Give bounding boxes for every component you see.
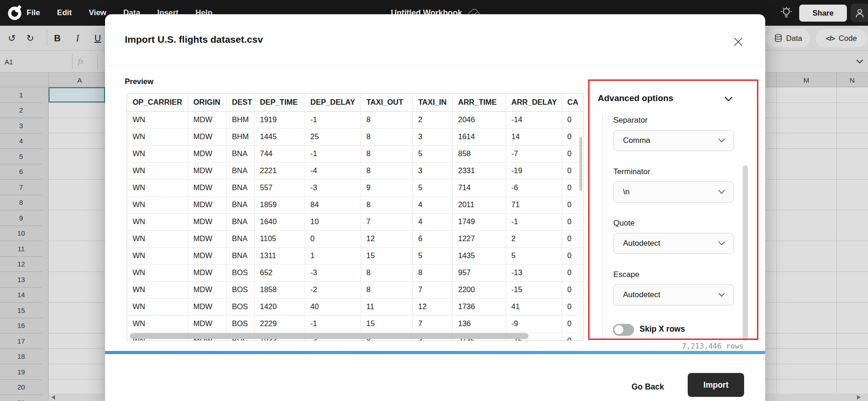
data-panel-button[interactable]: Data (766, 29, 810, 47)
preview-table-cell: 0 (562, 247, 584, 264)
preview-table-cell: 3 (412, 128, 452, 145)
row-header-column[interactable]: 123456789101112131415161718192021 (0, 87, 49, 401)
row-header-6[interactable]: 6 (0, 164, 42, 180)
preview-table-cell: 8 (361, 281, 412, 298)
user-avatar-button[interactable] (851, 4, 868, 22)
import-dialog: Import U.S. flights dataset.csv Preview … (105, 14, 765, 401)
preview-table-cell: WN (127, 315, 188, 332)
preview-table-cell: 1 (305, 247, 361, 264)
column-header-m[interactable]: M (776, 73, 836, 87)
preview-table-cell: BNA (226, 247, 254, 264)
row-count-text: 7,213,446 rows (560, 342, 744, 350)
preview-table-cell: 0 (562, 111, 584, 128)
row-header-20[interactable]: 20 (0, 380, 42, 395)
preview-table-cell: 1445 (254, 128, 305, 145)
row-header-9[interactable]: 9 (0, 210, 42, 226)
row-header-17[interactable]: 17 (0, 333, 42, 349)
preview-table-cell: MDW (188, 128, 226, 145)
h-scrollbar-track-left[interactable] (49, 394, 105, 401)
preview-table[interactable]: OP_CARRIERORIGINDESTDEP_TIMEDEP_DELAYTAX… (127, 93, 584, 341)
preview-table-cell: 2221 (254, 162, 305, 179)
selected-cell-a1[interactable] (49, 87, 105, 102)
scroll-right-arrow-icon[interactable] (857, 395, 861, 400)
row-header-4[interactable]: 4 (0, 134, 42, 149)
preview-table-cell: 0 (562, 213, 584, 230)
preview-table-cell: 744 (254, 145, 305, 162)
row-header-14[interactable]: 14 (0, 288, 42, 303)
sheet-grid-right[interactable] (765, 87, 868, 393)
fx-formula-icon[interactable]: fx (78, 51, 83, 73)
row-header-3[interactable]: 3 (0, 118, 42, 134)
preview-table-cell: 652 (254, 264, 305, 281)
row-header-10[interactable]: 10 (0, 226, 42, 242)
preview-table-row: WNMDWBNA11050126122720 (127, 230, 584, 247)
preview-col-header: ARR_DELAY (506, 94, 562, 111)
row-header-18[interactable]: 18 (0, 349, 42, 365)
preview-table-cell: MDW (188, 315, 226, 332)
preview-table-cell: 3 (412, 162, 452, 179)
bold-button[interactable]: B (50, 26, 65, 51)
close-icon[interactable] (733, 36, 744, 47)
import-button[interactable]: Import (688, 373, 744, 397)
column-header-n[interactable]: N (836, 73, 868, 87)
redo-button[interactable]: ↻ (22, 26, 39, 51)
menu-item-file[interactable]: File (27, 8, 40, 17)
preview-h-scrollbar-thumb[interactable] (130, 333, 529, 339)
feedback-lightbulb-icon[interactable] (781, 7, 792, 19)
menu-item-edit[interactable]: Edit (57, 8, 72, 17)
preview-table-cell: MDW (188, 230, 226, 247)
row-header-8[interactable]: 8 (0, 195, 42, 211)
preview-table-cell: MDW (188, 213, 226, 230)
preview-table-cell: 557 (254, 179, 305, 196)
row-header-5[interactable]: 5 (0, 149, 42, 164)
preview-table-cell: BOS (226, 264, 254, 281)
h-scrollbar-track-right[interactable] (765, 394, 868, 401)
row-header-12[interactable]: 12 (0, 257, 42, 272)
code-panel-button[interactable]: </> Code (816, 29, 867, 47)
row-header-15[interactable]: 15 (0, 303, 42, 318)
preview-table-cell: 1749 (452, 213, 506, 230)
sheet-grid-left[interactable] (49, 87, 105, 401)
preview-table-cell: -3 (305, 264, 361, 281)
row-header-11[interactable]: 11 (0, 241, 42, 257)
menu-item-view[interactable]: View (89, 8, 106, 17)
preview-table-row: WNMDWBOS1858-2872200-150 (127, 281, 584, 298)
preview-table-cell: 7 (412, 315, 452, 332)
row-header-21[interactable]: 21 (0, 395, 42, 401)
preview-table-cell: -15 (506, 281, 562, 298)
preview-table-cell: MDW (188, 264, 226, 281)
scroll-left-arrow-icon[interactable] (51, 395, 55, 400)
preview-table-cell: -6 (506, 179, 562, 196)
preview-table-cell: 2229 (254, 315, 305, 332)
preview-table-cell: 2046 (452, 111, 506, 128)
row-header-2[interactable]: 2 (0, 103, 42, 119)
preview-table-cell: 14 (506, 128, 562, 145)
row-header-19[interactable]: 19 (0, 364, 42, 380)
column-header-a[interactable]: A (49, 73, 111, 87)
row-header-1[interactable]: 1 (0, 87, 42, 103)
preview-v-scrollbar-thumb[interactable] (579, 137, 582, 191)
row-header-7[interactable]: 7 (0, 180, 42, 195)
go-back-button[interactable]: Go Back (623, 375, 673, 399)
row-header-13[interactable]: 13 (0, 272, 42, 288)
preview-table-cell: WN (127, 196, 188, 213)
preview-table-cell: 15 (361, 247, 412, 264)
preview-table-cell: BNA (226, 162, 254, 179)
preview-table-cell: MDW (188, 162, 226, 179)
row-header-16[interactable]: 16 (0, 318, 42, 334)
share-button[interactable]: Share (799, 5, 847, 22)
cell-reference-box[interactable]: A1 (5, 51, 13, 73)
preview-table-cell: 1859 (254, 196, 305, 213)
undo-button[interactable]: ↺ (4, 26, 20, 51)
preview-table-cell: 8 (361, 162, 412, 179)
italic-button[interactable]: I (70, 26, 85, 51)
preview-table-cell: -14 (506, 111, 562, 128)
underline-button[interactable]: U (90, 26, 106, 51)
preview-table-cell: WN (127, 145, 188, 162)
app-logo-icon[interactable] (6, 5, 23, 21)
preview-table-cell: 2 (506, 230, 562, 247)
preview-table-cell: BNA (226, 230, 254, 247)
preview-table-cell: -1 (305, 111, 361, 128)
preview-table-cell: BNA (226, 179, 254, 196)
sheet-chevron-down-icon[interactable] (856, 58, 863, 65)
